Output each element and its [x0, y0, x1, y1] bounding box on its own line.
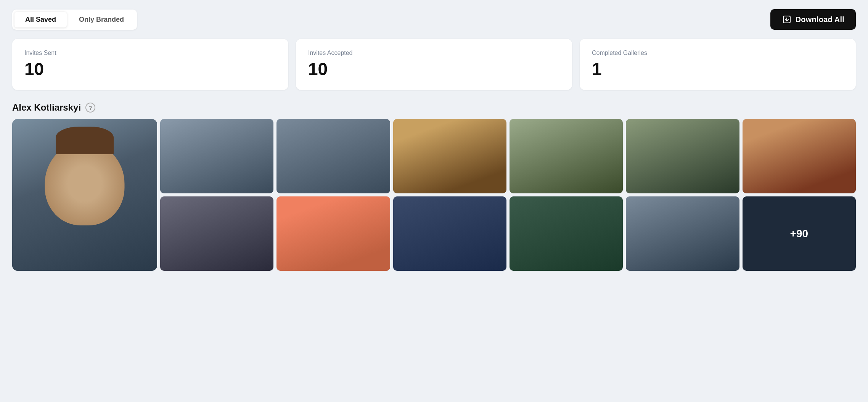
tab-group: All Saved Only Branded: [12, 10, 137, 30]
thumb-photo-8: [276, 196, 390, 271]
stat-card-completed-galleries: Completed Galleries 1: [580, 39, 856, 90]
gallery-main-image[interactable]: [12, 119, 157, 271]
download-icon: [782, 14, 792, 24]
gallery-title-row: Alex Kotliarskyi ?: [12, 102, 856, 113]
gallery-thumb-10[interactable]: [510, 196, 623, 271]
gallery-section: Alex Kotliarskyi ?: [12, 102, 856, 271]
gallery-person-name: Alex Kotliarskyi: [12, 102, 81, 113]
gallery-thumb-3[interactable]: [393, 119, 506, 193]
download-all-button[interactable]: Download All: [770, 9, 856, 30]
stat-label-invites-sent: Invites Sent: [24, 50, 276, 56]
stat-value-completed-galleries: 1: [592, 60, 844, 78]
stat-value-invites-accepted: 10: [308, 60, 560, 78]
thumb-photo-7: [160, 196, 273, 271]
gallery-overflow-tile[interactable]: +90: [743, 196, 856, 271]
stat-card-invites-sent: Invites Sent 10: [12, 39, 288, 90]
gallery-thumb-7[interactable]: [160, 196, 273, 271]
toolbar: All Saved Only Branded Download All: [12, 9, 856, 30]
main-photo: [12, 119, 157, 271]
gallery-thumb-2[interactable]: [276, 119, 390, 193]
overflow-count: +90: [790, 228, 809, 240]
stat-label-invites-accepted: Invites Accepted: [308, 50, 560, 56]
download-all-label: Download All: [796, 15, 844, 24]
tab-only-branded[interactable]: Only Branded: [68, 12, 135, 27]
thumb-photo-10: [510, 196, 623, 271]
stat-label-completed-galleries: Completed Galleries: [592, 50, 844, 56]
thumb-photo-9: [393, 196, 506, 271]
thumb-photo-11: [626, 196, 739, 271]
tab-all-saved[interactable]: All Saved: [14, 12, 67, 27]
thumb-photo-3: [393, 119, 506, 193]
gallery-thumb-5[interactable]: [626, 119, 739, 193]
gallery-thumb-11[interactable]: [626, 196, 739, 271]
stats-row: Invites Sent 10 Invites Accepted 10 Comp…: [12, 39, 856, 90]
thumb-photo-4: [510, 119, 623, 193]
gallery-thumb-4[interactable]: [510, 119, 623, 193]
stat-card-invites-accepted: Invites Accepted 10: [296, 39, 572, 90]
gallery-thumb-1[interactable]: [160, 119, 273, 193]
help-icon[interactable]: ?: [85, 103, 95, 113]
gallery-thumb-9[interactable]: [393, 196, 506, 271]
gallery-thumb-8[interactable]: [276, 196, 390, 271]
thumb-photo-5: [626, 119, 739, 193]
gallery-thumb-6[interactable]: [743, 119, 856, 193]
thumb-photo-2: [276, 119, 390, 193]
thumb-photo-1: [160, 119, 273, 193]
stat-value-invites-sent: 10: [24, 60, 276, 78]
image-grid: +90: [12, 119, 856, 271]
thumb-photo-6: [743, 119, 856, 193]
